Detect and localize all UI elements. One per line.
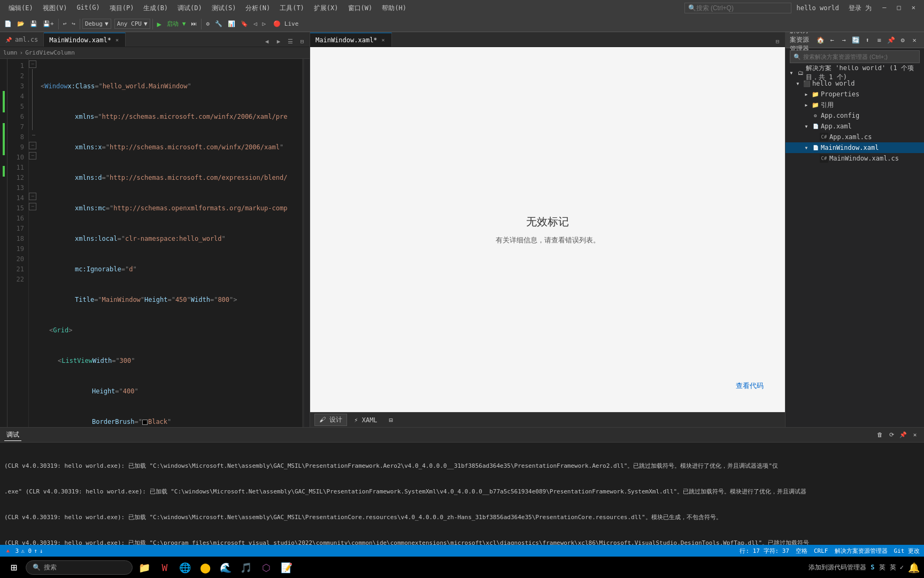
output-tab-debug[interactable]: 调试: [4, 429, 21, 441]
menu-window[interactable]: 窗口(W): [344, 3, 377, 14]
debug-config-dropdown[interactable]: Debug ▼: [82, 19, 111, 29]
platform-dropdown[interactable]: Any CPU ▼: [114, 19, 150, 29]
nav-up-btn[interactable]: ↑: [34, 547, 37, 554]
nav-down-btn[interactable]: ↓: [40, 547, 43, 554]
menu-help[interactable]: 帮助(H): [378, 3, 411, 14]
toolbar-open[interactable]: 📂: [15, 19, 27, 28]
toolbar-misc-1[interactable]: ⚙: [204, 19, 212, 28]
tab-close-right-icon[interactable]: ✕: [381, 36, 386, 43]
tab-mainwindow-xaml[interactable]: MainWindow.xaml* ✕: [44, 33, 126, 47]
toolbar-new[interactable]: 📄: [2, 19, 14, 28]
menu-edit[interactable]: 编辑(E): [4, 3, 37, 14]
tab-split-btn[interactable]: ⊟: [297, 36, 307, 47]
fold-btn-10[interactable]: −: [29, 152, 36, 159]
notification-icon[interactable]: 🔔: [908, 562, 920, 573]
tab-close-icon[interactable]: ✕: [114, 36, 120, 43]
menu-build[interactable]: 生成(B): [139, 3, 172, 14]
menu-analyze[interactable]: 分析(N): [241, 3, 274, 14]
play-button[interactable]: ▶: [155, 19, 164, 29]
start-dropdown[interactable]: 启动 ▼: [165, 19, 188, 29]
step-over[interactable]: ⏭: [189, 19, 199, 28]
references-arrow[interactable]: ▶: [803, 101, 810, 109]
taskbar-wps-btn[interactable]: W: [155, 558, 174, 577]
editor-scrollbar[interactable]: [302, 59, 310, 427]
tab-mainwindow-xaml-right[interactable]: MainWindow.xaml* ✕: [310, 33, 392, 47]
tree-solution-root[interactable]: ▼ 🗂 解决方案 'hello world' (1 个项目，共 1 个): [786, 67, 924, 78]
toolbar-misc-5[interactable]: ◁: [251, 19, 259, 28]
code-editor[interactable]: 1 2 3 4 5 6 7 8 9 10 11 12 13 14 15 16 1…: [0, 59, 310, 427]
fold-btn-15[interactable]: −: [29, 203, 36, 210]
right-tab-split[interactable]: ⊟: [772, 36, 783, 47]
tree-app-xaml[interactable]: ▼ 📄 App.xaml: [786, 121, 924, 132]
app-xaml-arrow[interactable]: ▼: [803, 123, 810, 130]
design-tab-btn[interactable]: 🖌 设计: [314, 414, 347, 426]
sol-close-btn[interactable]: ✕: [909, 35, 920, 45]
toolbar-redo[interactable]: ↪: [70, 19, 78, 28]
sol-back-btn[interactable]: ←: [827, 35, 837, 45]
taskbar-chrome-btn[interactable]: ⬤: [196, 558, 215, 577]
lang-indicator[interactable]: 英: [879, 563, 886, 572]
fold-btn-14[interactable]: −: [29, 193, 36, 200]
xaml-tab-btn[interactable]: ⚡ XAML: [349, 415, 382, 425]
status-errors[interactable]: 🔺 3 ⚠ 0 ↑ ↓: [4, 547, 43, 554]
sougou-icon[interactable]: S: [871, 564, 874, 571]
taskbar-files-btn[interactable]: 📁: [135, 558, 154, 577]
status-git[interactable]: Git 更改: [894, 547, 920, 555]
minimize-button[interactable]: —: [878, 3, 890, 14]
solution-expand-arrow[interactable]: ▼: [788, 69, 795, 77]
taskbar-explorer-btn[interactable]: 🌐: [175, 558, 195, 577]
toolbar-misc-6[interactable]: ▷: [260, 19, 268, 28]
live-share-badge[interactable]: 🔴 Live: [273, 20, 298, 27]
tree-mainwindow-xaml[interactable]: ▼ 📄 MainWindow.xaml: [786, 142, 924, 153]
toolbar-save[interactable]: 💾: [28, 19, 40, 28]
solution-search-input[interactable]: [803, 54, 916, 60]
solution-search-box[interactable]: 🔍: [790, 50, 920, 63]
output-content[interactable]: (CLR v4.0.30319: hello world.exe): 已加载 "…: [0, 443, 924, 545]
status-line-ending[interactable]: CRLF: [814, 547, 828, 554]
output-close-btn[interactable]: ✕: [910, 430, 920, 440]
tree-app-config[interactable]: ▶ ⚙ App.config: [786, 110, 924, 121]
title-search-input[interactable]: [696, 4, 771, 12]
menu-git[interactable]: Git(G): [72, 3, 104, 14]
status-spaces[interactable]: 空格: [796, 547, 807, 555]
taskbar-music-btn[interactable]: 🎵: [236, 558, 256, 577]
menu-test[interactable]: 测试(S): [207, 3, 241, 14]
maximize-button[interactable]: □: [893, 3, 905, 14]
tab-list-btn[interactable]: ☰: [285, 36, 296, 47]
login-button[interactable]: 登录 为: [844, 3, 876, 14]
taskbar-edge-btn[interactable]: 🌊: [216, 558, 235, 577]
toolbar-misc-4[interactable]: 🔖: [238, 19, 250, 28]
output-wrap-btn[interactable]: ⟳: [887, 430, 896, 440]
menu-tools[interactable]: 工具(T): [275, 3, 309, 14]
tree-references[interactable]: ▶ 📁 引用: [786, 100, 924, 110]
output-clear-btn[interactable]: 🗑: [875, 430, 884, 440]
tree-properties[interactable]: ▶ 📁 Properties: [786, 89, 924, 100]
toolbar-misc-2[interactable]: 🔧: [213, 19, 225, 28]
start-button[interactable]: ⊞: [4, 558, 24, 577]
sol-forward-btn[interactable]: →: [838, 35, 849, 45]
sol-refresh-btn[interactable]: 🔄: [850, 35, 861, 45]
taskbar-vs-btn[interactable]: ⬡: [257, 558, 276, 577]
sol-pin-btn[interactable]: 📌: [886, 35, 896, 45]
split-view-btn[interactable]: ⊟: [384, 415, 398, 425]
breadcrumb-right[interactable]: GridViewColumn: [25, 49, 75, 56]
menu-debug[interactable]: 调试(D): [173, 3, 206, 14]
output-pin-btn[interactable]: 📌: [898, 430, 908, 440]
mainwindow-xaml-arrow[interactable]: ▼: [803, 144, 810, 151]
tree-mainwindow-xaml-cs[interactable]: ▶ C# MainWindow.xaml.cs: [786, 153, 924, 164]
close-button[interactable]: ✕: [907, 3, 920, 14]
tree-app-xaml-cs[interactable]: ▶ C# App.xaml.cs: [786, 132, 924, 142]
sol-home-btn[interactable]: 🏠: [815, 35, 826, 45]
project-expand-arrow[interactable]: ▼: [794, 80, 802, 87]
sol-collapse-btn[interactable]: ⬆: [862, 35, 873, 45]
taskbar-search[interactable]: 🔍 搜索: [26, 560, 133, 575]
toolbar-misc-3[interactable]: 📊: [226, 19, 237, 28]
add-code-label[interactable]: 添加到源代码管理器: [808, 563, 866, 572]
taskbar-note-btn[interactable]: 📝: [277, 558, 296, 577]
title-search-box[interactable]: 🔍: [684, 3, 791, 13]
menu-project[interactable]: 项目(P): [105, 3, 138, 14]
menu-extensions[interactable]: 扩展(X): [310, 3, 343, 14]
properties-arrow[interactable]: ▶: [803, 90, 810, 98]
status-solution-explorer[interactable]: 解决方案资源管理器: [835, 547, 888, 555]
sol-prop-btn[interactable]: ≡: [874, 35, 884, 45]
